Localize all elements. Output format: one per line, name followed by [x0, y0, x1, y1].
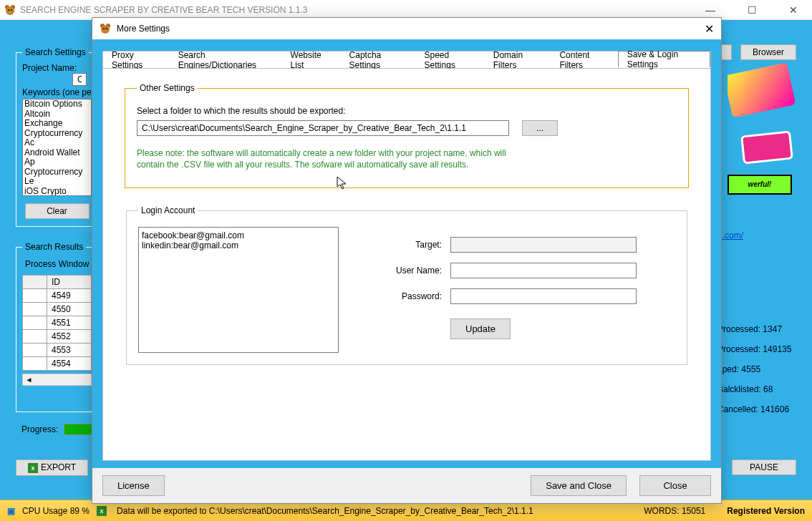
other-settings-group: Other Settings Select a folder to which …	[125, 83, 689, 188]
update-button[interactable]: Update	[450, 318, 511, 339]
svg-point-5	[9, 11, 11, 13]
list-item[interactable]: Bitcoin Options	[24, 99, 90, 109]
target-label: Target:	[382, 240, 442, 250]
table-header-blank	[23, 276, 47, 289]
project-name-input[interactable]	[72, 73, 87, 86]
minimize-icon[interactable]: —	[696, 4, 725, 16]
select-folder-label: Select a folder to which the results sho…	[137, 106, 677, 116]
tab-proxy-settings[interactable]: Proxy Settings	[103, 52, 170, 68]
stat-processed-2: Processed: 149135	[717, 339, 796, 359]
save-and-close-button[interactable]: Save and Close	[531, 475, 627, 496]
close-button[interactable]: Close	[639, 475, 711, 496]
list-item[interactable]: Cryptocurrency Le	[24, 167, 90, 187]
keywords-label: Keywords (one pe	[22, 87, 92, 97]
table-row[interactable]: 4553	[23, 344, 92, 357]
username-label: User Name:	[382, 266, 442, 276]
tab-website-list[interactable]: Website List	[282, 52, 341, 68]
tab-captcha-settings[interactable]: Captcha Settings	[341, 52, 416, 68]
dialog-titlebar: More Settings ✕	[92, 18, 721, 39]
horizontal-scrollbar[interactable]: ◄	[22, 374, 92, 386]
website-link[interactable]: h.com/	[717, 230, 796, 240]
export-folder-input[interactable]	[137, 120, 509, 136]
bear-icon	[100, 23, 111, 34]
other-settings-legend: Other Settings	[137, 83, 198, 93]
password-label: Password:	[382, 291, 442, 301]
maximize-icon[interactable]: ☐	[738, 4, 766, 16]
table-row[interactable]: 4552	[23, 330, 92, 344]
svg-point-2	[6, 6, 14, 15]
stat-scraped: aped: 4555	[717, 359, 796, 379]
export-path-status: Data will be exported to C:\Users\creat\…	[117, 506, 533, 516]
excel-icon-status: x	[97, 506, 107, 516]
clear-button[interactable]: Clear	[25, 203, 90, 219]
keywords-list[interactable]: Bitcoin OptionsAltcoin ExchangeCryptocur…	[22, 99, 92, 196]
words-count: WORDS: 15051	[644, 506, 705, 516]
license-button[interactable]: License	[102, 475, 165, 496]
search-results-legend: Search Results	[22, 242, 86, 252]
svg-point-3	[8, 9, 9, 11]
login-account-group: Login Account Target: User Name:	[126, 205, 687, 365]
process-window-label: Process Window	[25, 259, 92, 269]
export-button[interactable]: xEXPORT	[16, 459, 88, 476]
export-note: Please note: the software will automatic…	[137, 147, 509, 170]
search-results-panel: Search Results Process Window ID 4549455…	[16, 242, 98, 412]
main-window-title: SEARCH ENGINE SCRAPER BY CREATIVE BEAR T…	[20, 5, 307, 15]
table-row[interactable]: 4554	[23, 357, 92, 371]
list-item[interactable]: Altcoin Exchange	[24, 109, 90, 129]
username-input[interactable]	[450, 263, 637, 278]
bear-icon	[4, 4, 16, 16]
table-header-id: ID	[47, 276, 92, 289]
svg-point-9	[103, 28, 105, 29]
tabstrip: Proxy SettingsSearch Engines/Dictionarie…	[102, 51, 711, 69]
svg-point-4	[11, 9, 12, 11]
cpu-icon: ▣	[7, 506, 15, 516]
target-input[interactable]	[450, 237, 637, 253]
project-name-label: Project Name:	[22, 63, 92, 73]
right-info-panel: h.com/ Processed: 1347 Processed: 149135…	[717, 64, 796, 419]
browser-button[interactable]: Browser	[740, 44, 796, 60]
table-row[interactable]: 4551	[23, 316, 92, 330]
progress-label: Progress:	[21, 424, 58, 434]
tab-content-filters[interactable]: Content Filters	[551, 52, 617, 68]
dialog-close-icon[interactable]: ✕	[705, 22, 714, 36]
stat-blacklisted: Balcklisted: 68	[717, 379, 796, 399]
login-account-legend: Login Account	[138, 205, 198, 215]
dialog-footer: License Save and Close Close	[92, 468, 721, 503]
browse-folder-button[interactable]: ...	[522, 120, 558, 136]
svg-point-10	[106, 28, 107, 29]
results-table: ID 454945504551455245534554	[22, 275, 92, 371]
stat-processed-1: Processed: 1347	[717, 319, 796, 339]
tab-speed-settings[interactable]: Speed Settings	[416, 52, 485, 68]
table-row[interactable]: 4550	[23, 303, 92, 316]
search-settings-panel: Search Settings Project Name: Keywords (…	[16, 47, 98, 227]
tab-domain-filters[interactable]: Domain Filters	[485, 52, 551, 68]
accounts-textarea[interactable]	[138, 227, 339, 353]
list-item[interactable]: Cryptocurrency Ac	[24, 129, 90, 148]
pause-button[interactable]: PAUSE	[732, 459, 796, 475]
cpu-usage: CPU Usage 89 %	[22, 506, 90, 516]
list-item[interactable]: iOS Crypto Wallet	[24, 187, 90, 197]
tab-save-login-settings[interactable]: Save & Login Settings	[618, 51, 710, 67]
password-input[interactable]	[450, 288, 637, 304]
list-item[interactable]: Android Wallet Ap	[24, 148, 90, 167]
excel-icon: x	[28, 463, 38, 473]
svg-point-8	[101, 25, 110, 34]
scroll-left-icon[interactable]: ◄	[23, 376, 35, 384]
more-settings-dialog: More Settings ✕ Proxy SettingsSearch Eng…	[92, 17, 722, 504]
tab-search-engines-dictionaries[interactable]: Search Engines/Dictionaries	[170, 52, 282, 68]
registered-version: Registered Version	[727, 506, 805, 516]
close-icon[interactable]: ✕	[779, 4, 808, 16]
tab-body: Other Settings Select a folder to which …	[102, 69, 711, 461]
stat-cancelled: Cancelled: 141606	[717, 399, 796, 419]
dialog-title: More Settings	[117, 24, 170, 34]
table-row[interactable]: 4549	[23, 289, 92, 303]
search-settings-legend: Search Settings	[22, 47, 89, 57]
